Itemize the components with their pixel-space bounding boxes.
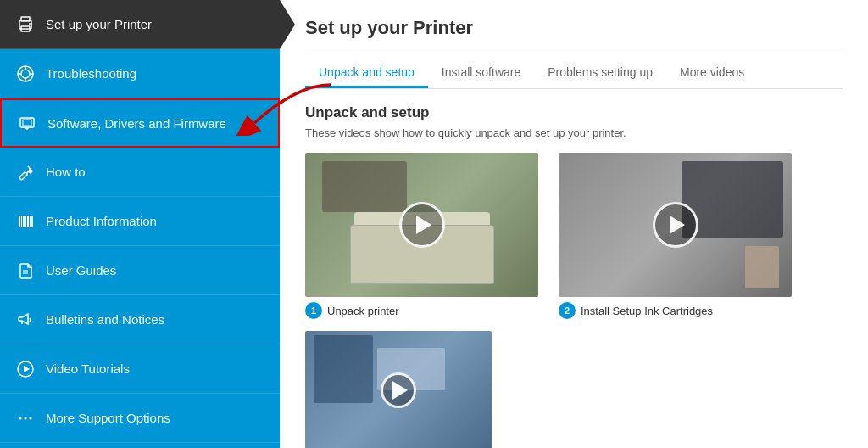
play-button-1[interactable] bbox=[399, 202, 445, 248]
videos-row: 1 Unpack printer 2 Install Setup Ink Car… bbox=[305, 153, 843, 319]
svg-rect-18 bbox=[27, 216, 29, 227]
document-icon bbox=[15, 260, 36, 281]
svg-rect-19 bbox=[30, 216, 31, 227]
sidebar-item-support[interactable]: More Support Options bbox=[0, 394, 280, 443]
sidebar-item-video[interactable]: Video Tutorials bbox=[0, 344, 280, 394]
play-button-3[interactable] bbox=[381, 372, 416, 408]
tab-unpack[interactable]: Unpack and setup bbox=[305, 59, 428, 88]
svg-point-25 bbox=[19, 417, 22, 419]
printer-icon bbox=[15, 14, 36, 35]
megaphone-icon bbox=[15, 310, 36, 330]
section-title: Unpack and setup bbox=[305, 104, 843, 121]
video-3-container bbox=[305, 331, 843, 448]
sidebar-item-troubleshooting-label: Troubleshooting bbox=[46, 66, 136, 81]
video-thumb-1[interactable] bbox=[305, 153, 538, 297]
sidebar-item-bulletins-label: Bulletins and Notices bbox=[46, 312, 164, 327]
dots-icon bbox=[15, 408, 36, 428]
wrench-icon bbox=[15, 162, 36, 182]
video-2-number: 2 bbox=[559, 302, 576, 319]
video-1-title: Unpack printer bbox=[327, 305, 399, 317]
sidebar-item-product[interactable]: Product Information bbox=[0, 197, 280, 246]
svg-rect-11 bbox=[23, 120, 31, 126]
sidebar-item-setup[interactable]: Set up your Printer bbox=[0, 0, 280, 49]
svg-rect-15 bbox=[21, 216, 22, 227]
video-1-number: 1 bbox=[305, 302, 322, 319]
svg-rect-20 bbox=[31, 216, 33, 227]
svg-rect-17 bbox=[25, 216, 26, 227]
video-1-label: 1 Unpack printer bbox=[305, 302, 538, 319]
sidebar-item-product-label: Product Information bbox=[46, 214, 157, 228]
sidebar-item-video-label: Video Tutorials bbox=[46, 361, 130, 376]
play-circle-icon bbox=[15, 359, 36, 379]
tab-install[interactable]: Install software bbox=[428, 59, 534, 88]
troubleshooting-icon bbox=[15, 64, 36, 84]
tab-more[interactable]: More videos bbox=[666, 59, 758, 88]
svg-rect-16 bbox=[23, 216, 25, 227]
main-content: Set up your Printer Unpack and setup Ins… bbox=[280, 0, 868, 448]
barcode-icon bbox=[15, 211, 36, 232]
sidebar-item-support-label: More Support Options bbox=[46, 411, 170, 425]
sidebar-item-setup-label: Set up your Printer bbox=[46, 17, 152, 31]
video-2-label: 2 Install Setup Ink Cartridges bbox=[559, 302, 792, 319]
video-2-container: 2 Install Setup Ink Cartridges bbox=[559, 153, 792, 319]
sidebar-item-bulletins[interactable]: Bulletins and Notices bbox=[0, 295, 280, 344]
sidebar-item-howto[interactable]: How to bbox=[0, 148, 280, 197]
video-2-title: Install Setup Ink Cartridges bbox=[581, 305, 713, 317]
video-thumb-3[interactable] bbox=[305, 331, 492, 448]
svg-marker-24 bbox=[24, 366, 30, 372]
page-title: Set up your Printer bbox=[305, 17, 843, 48]
software-icon bbox=[17, 113, 37, 133]
svg-point-27 bbox=[30, 417, 32, 419]
sidebar-item-userguides[interactable]: User Guides bbox=[0, 246, 280, 295]
video-1-container: 1 Unpack printer bbox=[305, 153, 538, 319]
svg-point-5 bbox=[21, 70, 30, 78]
video-thumb-2[interactable] bbox=[559, 153, 792, 297]
sidebar-item-userguides-label: User Guides bbox=[46, 263, 116, 277]
sidebar-item-software-label: Software, Drivers and Firmware bbox=[47, 116, 226, 131]
svg-rect-1 bbox=[21, 17, 30, 21]
play-button-2[interactable] bbox=[653, 202, 698, 248]
svg-point-26 bbox=[25, 417, 27, 419]
svg-point-3 bbox=[29, 23, 31, 25]
section-description: These videos show how to quickly unpack … bbox=[305, 126, 843, 139]
sidebar-item-howto-label: How to bbox=[46, 165, 86, 179]
tabs-bar: Unpack and setup Install software Proble… bbox=[305, 59, 843, 89]
sidebar-item-troubleshooting[interactable]: Troubleshooting bbox=[0, 49, 280, 98]
sidebar-item-software[interactable]: Software, Drivers and Firmware bbox=[0, 98, 280, 148]
sidebar: Set up your Printer Troubleshooting bbox=[0, 0, 280, 448]
tab-problems[interactable]: Problems setting up bbox=[534, 59, 666, 88]
svg-rect-14 bbox=[19, 216, 20, 227]
